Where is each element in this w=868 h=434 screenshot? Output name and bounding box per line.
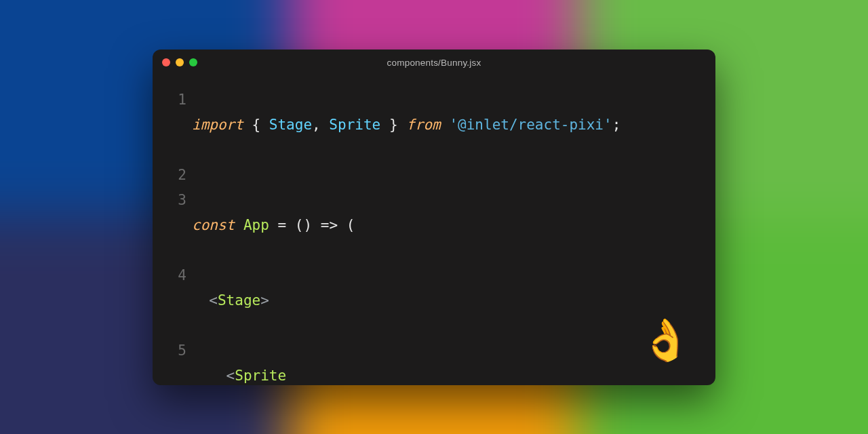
code-line: 2 — [167, 163, 701, 188]
zoom-icon[interactable] — [189, 58, 197, 66]
line-number: 3 — [167, 188, 186, 263]
token-brace: } — [389, 117, 398, 133]
token-brace: { — [252, 117, 261, 133]
titlebar: components/Bunny.jsx — [153, 50, 715, 75]
line-number: 4 — [167, 263, 186, 338]
code-line: 5 <Sprite — [167, 338, 701, 385]
code-line: 1 import { Stage, Sprite } from '@inlet/… — [167, 87, 701, 163]
ok-hand-icon: 👌 — [640, 320, 691, 361]
token-keyword: const — [192, 217, 235, 233]
traffic-lights — [162, 58, 197, 66]
token-string: '@inlet/react-pixi' — [449, 117, 612, 133]
token-tag: Sprite — [235, 368, 286, 384]
line-number: 5 — [167, 338, 186, 385]
token-identifier: Stage — [269, 117, 312, 133]
editor-window: components/Bunny.jsx 1 import { Stage, S… — [153, 50, 715, 385]
token-keyword: import — [192, 117, 243, 133]
close-icon[interactable] — [162, 58, 170, 66]
window-title: components/Bunny.jsx — [153, 58, 715, 68]
token-function: App — [243, 217, 269, 233]
line-number: 2 — [167, 163, 186, 188]
token-tag: Stage — [218, 292, 260, 309]
code-line: 4 <Stage> — [167, 263, 701, 338]
code-line: 3 const App = () => ( — [167, 188, 701, 263]
token-keyword: from — [406, 117, 441, 133]
minimize-icon[interactable] — [176, 58, 184, 66]
code-editor[interactable]: 1 import { Stage, Sprite } from '@inlet/… — [153, 75, 715, 385]
token-identifier: Sprite — [329, 117, 380, 133]
line-number: 1 — [167, 87, 186, 163]
